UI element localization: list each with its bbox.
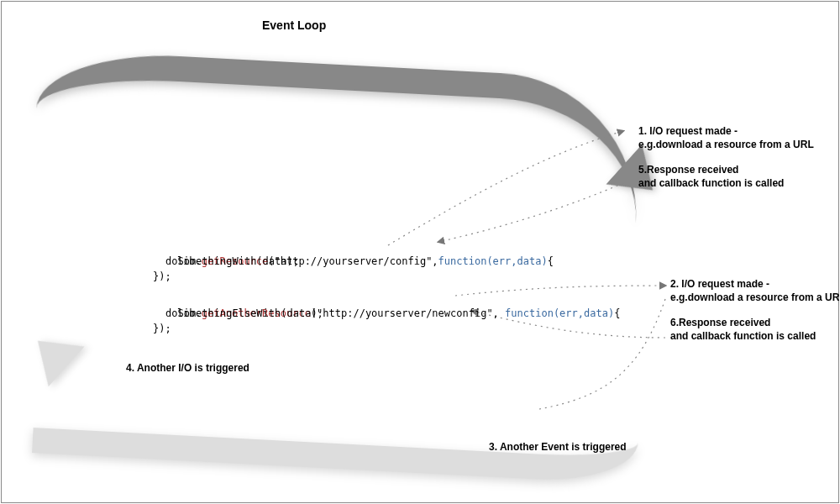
- code-snippet-1-body: doSomethingWith(data);: [165, 254, 299, 269]
- code-snippet-1-end: });: [153, 269, 171, 284]
- diagram-title: Event Loop: [262, 18, 326, 32]
- caption-step-1: 1. I/O request made - e.g.download a res…: [638, 124, 814, 151]
- caption-step-2: 2. I/O request made - e.g.download a res…: [670, 277, 840, 304]
- event-loop-diagram: Event Loop lib.getResource("http://yours…: [1, 1, 839, 503]
- caption-step-5: 5.Response received and callback functio…: [638, 163, 784, 190]
- caption-step-3: 3. Another Event is triggered: [489, 440, 627, 454]
- caption-step-4: 4. Another I/O is triggered: [126, 361, 249, 375]
- event-loop-arc-bottom: [32, 310, 643, 484]
- caption-step-6: 6.Response received and callback functio…: [670, 316, 816, 343]
- code-snippet-2-end: });: [153, 321, 171, 336]
- event-loop-arc-top: [32, 49, 643, 223]
- code-snippet-2-body: doSomethingElseWith(data);: [165, 306, 323, 321]
